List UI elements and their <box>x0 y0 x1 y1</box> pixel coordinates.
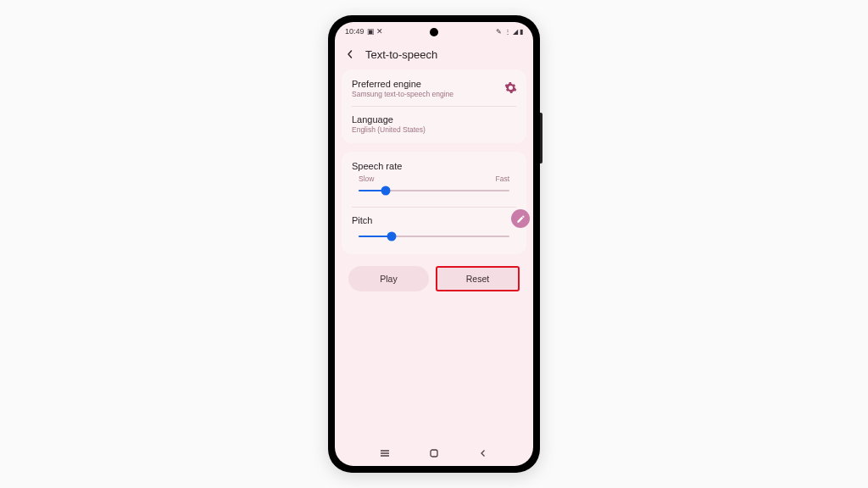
play-button[interactable]: Play <box>348 266 429 291</box>
language-row[interactable]: Language English (United States) <box>342 107 526 141</box>
content: Preferred engine Samsung text-to-speech … <box>335 69 533 442</box>
pencil-icon <box>516 214 526 224</box>
preferred-engine-row[interactable]: Preferred engine Samsung text-to-speech … <box>342 71 526 106</box>
button-row: Play Reset <box>342 263 526 295</box>
side-button <box>540 113 542 164</box>
status-right-icons: ✎ ⋮ ◢ ▮ <box>496 28 523 36</box>
nav-home[interactable] <box>426 448 442 458</box>
speech-rate-min: Slow <box>359 175 374 183</box>
pitch-slider[interactable] <box>359 230 509 242</box>
language-value: English (United States) <box>352 125 516 134</box>
gear-icon <box>504 81 517 94</box>
nav-back[interactable] <box>475 448 492 458</box>
status-left-icons: ▣ ✕ <box>367 27 384 36</box>
language-label: Language <box>352 114 516 125</box>
pitch-row: Pitch <box>342 208 526 252</box>
speech-rate-label: Speech rate <box>352 161 516 171</box>
speech-rate-slider[interactable] <box>359 185 509 197</box>
back-button[interactable] <box>343 47 357 61</box>
reset-button[interactable]: Reset <box>436 266 520 291</box>
engine-label: Preferred engine <box>352 79 516 89</box>
speech-rate-endpoints: Slow Fast <box>352 175 516 183</box>
engine-value: Samsung text-to-speech engine <box>352 90 516 98</box>
sliders-card: Speech rate Slow Fast <box>342 152 526 254</box>
pitch-thumb[interactable] <box>387 232 397 241</box>
status-time: 10:49 <box>345 27 364 36</box>
page-title: Text-to-speech <box>365 48 437 61</box>
phone-frame: 10:49 ▣ ✕ ✎ ⋮ ◢ ▮ Text-to-speech Preferr… <box>328 15 540 473</box>
edit-fab[interactable] <box>511 209 530 228</box>
navigation-bar <box>335 442 533 466</box>
speech-rate-max: Fast <box>495 175 509 183</box>
home-icon <box>429 448 439 458</box>
engine-settings-button[interactable] <box>503 80 518 95</box>
svg-rect-3 <box>431 450 437 457</box>
screen: 10:49 ▣ ✕ ✎ ⋮ ◢ ▮ Text-to-speech Preferr… <box>335 22 533 466</box>
recents-icon <box>379 449 391 458</box>
chevron-left-icon <box>346 50 354 58</box>
back-icon <box>479 449 487 458</box>
page-header: Text-to-speech <box>335 41 533 69</box>
pitch-label: Pitch <box>352 215 516 225</box>
front-camera <box>430 28 438 36</box>
speech-rate-row: Speech rate Slow Fast <box>342 153 526 207</box>
engine-card: Preferred engine Samsung text-to-speech … <box>342 69 526 143</box>
speech-rate-thumb[interactable] <box>381 186 391 196</box>
nav-recents[interactable] <box>376 448 393 458</box>
